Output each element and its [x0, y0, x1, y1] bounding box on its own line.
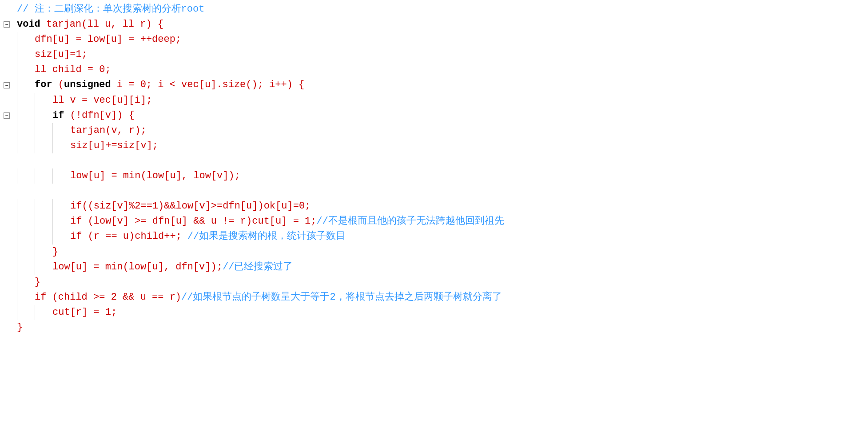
- code-token: tarjan(v, r);: [70, 123, 147, 138]
- indent-guide: [17, 108, 35, 123]
- code-line: [17, 153, 868, 168]
- indent-guide: [52, 199, 70, 214]
- code-token: if (child >= 2 && u == r): [35, 290, 181, 305]
- code-token: ll v = vec[u][i];: [52, 93, 152, 108]
- fold-gutter-line: [0, 305, 13, 320]
- code-line: // 注：二刷深化：单次搜索树的分析root: [17, 2, 868, 17]
- indent-guide: [17, 168, 35, 184]
- indent-guide: [35, 245, 52, 260]
- indent-guide: [17, 275, 35, 290]
- code-token: //如果根节点的子树数量大于等于2，将根节点去掉之后两颗子树就分离了: [181, 290, 502, 305]
- code-token: if: [52, 108, 64, 123]
- indent-guide: [17, 32, 35, 47]
- indent-guide: [35, 108, 52, 123]
- indent-guide: [17, 77, 35, 92]
- indent-guide: [17, 62, 35, 77]
- code-token: cut[r] = 1;: [52, 305, 117, 320]
- indent-guide: [17, 260, 35, 275]
- code-line: ll child = 0;: [17, 62, 868, 77]
- indent-guide: [17, 290, 35, 305]
- indent-guide: [35, 199, 52, 214]
- fold-gutter-line: [0, 62, 13, 77]
- fold-button[interactable]: −: [4, 82, 10, 88]
- code-token: //已经搜索过了: [223, 260, 293, 275]
- indent-guide: [52, 138, 70, 153]
- code-token: if (r == u)child++;: [70, 229, 182, 244]
- indent-guide: [52, 214, 70, 229]
- code-token: unsigned: [64, 77, 111, 92]
- code-token: // 注：二刷深化：单次搜索树的分析root: [17, 2, 204, 17]
- code-line: if (child >= 2 && u == r)//如果根节点的子树数量大于等…: [17, 290, 868, 305]
- code-line: [17, 184, 868, 199]
- code-token: //如果是搜索树的根，统计孩子数目: [182, 229, 346, 244]
- code-line: tarjan(v, r);: [17, 123, 868, 138]
- fold-gutter: −−−: [0, 0, 13, 421]
- fold-gutter-line: [0, 123, 13, 138]
- code-token: (: [52, 77, 64, 92]
- code-token: siz[u]+=siz[v];: [70, 138, 158, 153]
- fold-gutter-line: [0, 290, 13, 305]
- fold-gutter-line: [0, 2, 13, 17]
- code-line: low[u] = min(low[u], low[v]);: [17, 168, 868, 184]
- fold-button[interactable]: −: [4, 112, 10, 119]
- code-token: void: [17, 17, 40, 32]
- code-token: }: [17, 320, 23, 335]
- code-token: }: [52, 245, 58, 260]
- fold-gutter-line: [0, 47, 13, 62]
- fold-gutter-line: [0, 93, 13, 108]
- code-token: low[u] = min(low[u], low[v]);: [70, 168, 240, 184]
- code-line: for (unsigned i = 0; i < vec[u].size(); …: [17, 77, 868, 92]
- indent-guide: [35, 214, 52, 229]
- fold-gutter-line: −: [0, 17, 13, 32]
- fold-gutter-line: [0, 275, 13, 290]
- indent-guide: [35, 305, 52, 320]
- code-line: siz[u]=1;: [17, 47, 868, 62]
- code-token: tarjan(ll u, ll r) {: [40, 17, 163, 32]
- indent-guide: [17, 123, 35, 138]
- fold-gutter-line: [0, 260, 13, 275]
- code-token: (!dfn[v]) {: [64, 108, 134, 123]
- indent-guide: [35, 229, 52, 244]
- fold-gutter-line: [0, 138, 13, 153]
- indent-guide: [17, 138, 35, 153]
- code-line: cut[r] = 1;: [17, 305, 868, 320]
- code-token: if((siz[v]%2==1)&&low[v]>=dfn[u])ok[u]=0…: [70, 199, 311, 214]
- indent-guide: [17, 199, 35, 214]
- code-token: i = 0; i < vec[u].size(); i++) {: [111, 77, 305, 92]
- fold-gutter-line: [0, 153, 13, 168]
- fold-gutter-line: −: [0, 77, 13, 92]
- indent-guide: [35, 93, 52, 108]
- fold-gutter-line: [0, 168, 13, 184]
- fold-gutter-line: [0, 32, 13, 47]
- fold-gutter-line: −: [0, 108, 13, 123]
- code-token: low[u] = min(low[u], dfn[v]);: [52, 260, 223, 275]
- code-editor: −−− // 注：二刷深化：单次搜索树的分析rootvoid tarjan(ll…: [0, 0, 868, 421]
- code-line: ll v = vec[u][i];: [17, 93, 868, 108]
- code-line: if((siz[v]%2==1)&&low[v]>=dfn[u])ok[u]=0…: [17, 199, 868, 214]
- code-token: siz[u]=1;: [35, 47, 88, 62]
- indent-guide: [17, 229, 35, 244]
- indent-guide: [17, 305, 35, 320]
- indent-guide: [35, 260, 52, 275]
- fold-button[interactable]: −: [4, 21, 10, 28]
- code-token: //不是根而且他的孩子无法跨越他回到祖先: [317, 214, 504, 229]
- code-line: siz[u]+=siz[v];: [17, 138, 868, 153]
- code-line: if (r == u)child++; //如果是搜索树的根，统计孩子数目: [17, 229, 868, 244]
- code-line: }: [17, 245, 868, 260]
- indent-guide: [52, 123, 70, 138]
- indent-guide: [35, 138, 52, 153]
- code-line: if (low[v] >= dfn[u] && u != r)cut[u] = …: [17, 214, 868, 229]
- indent-guide: [17, 93, 35, 108]
- code-token: if (low[v] >= dfn[u] && u != r)cut[u] = …: [70, 214, 317, 229]
- code-line: }: [17, 275, 868, 290]
- code-token: }: [35, 275, 40, 290]
- fold-gutter-line: [0, 199, 13, 214]
- code-line: low[u] = min(low[u], dfn[v]);//已经搜索过了: [17, 260, 868, 275]
- fold-gutter-line: [0, 214, 13, 229]
- code-token: dfn[u] = low[u] = ++deep;: [35, 32, 181, 47]
- indent-guide: [17, 47, 35, 62]
- indent-guide: [17, 214, 35, 229]
- code-line: void tarjan(ll u, ll r) {: [17, 17, 868, 32]
- fold-gutter-line: [0, 320, 13, 335]
- indent-guide: [17, 245, 35, 260]
